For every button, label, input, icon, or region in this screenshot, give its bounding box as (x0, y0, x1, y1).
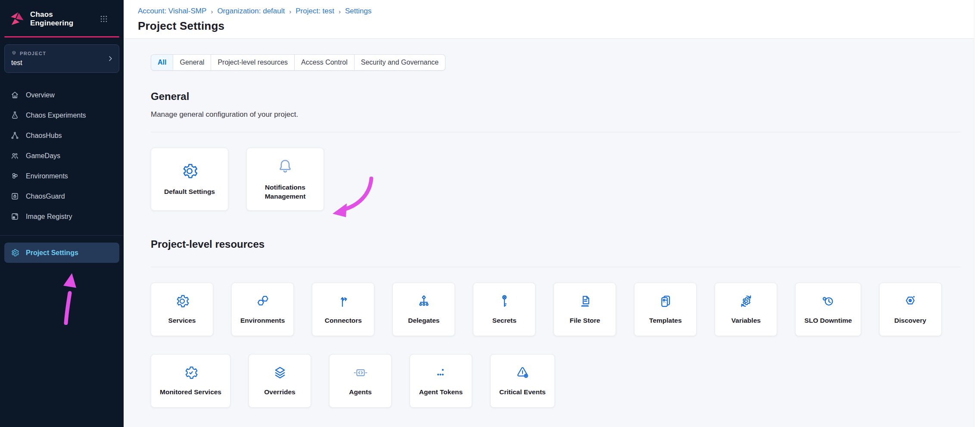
layers-icon (272, 365, 288, 380)
home-icon (10, 90, 19, 100)
card-connectors[interactable]: Connectors (312, 283, 374, 336)
branch-arrow-icon (336, 293, 351, 309)
card-secrets[interactable]: Secrets (473, 283, 535, 336)
sidebar-item-image-registry[interactable]: Image Registry (0, 206, 124, 227)
card-file-store[interactable]: File Store (554, 283, 616, 336)
clock-icon (820, 293, 836, 309)
tab-general[interactable]: General (173, 54, 211, 71)
card-notifications-management[interactable]: Notifications Management (246, 148, 324, 211)
breadcrumb-account[interactable]: Account: Vishal-SMP (138, 7, 206, 16)
hub-icon (10, 131, 19, 140)
gear-check-icon (183, 365, 199, 380)
card-delegates[interactable]: Delegates (392, 283, 455, 336)
page-title: Project Settings (138, 19, 980, 33)
breadcrumb-settings[interactable]: Settings (345, 7, 371, 16)
section-divider (151, 132, 961, 132)
resources-row-2: Monitored Services Overrides Agents Agen… (151, 354, 961, 408)
key-icon (497, 293, 512, 309)
gear-icon (174, 293, 190, 309)
sidebar: Chaos Engineering PROJECT test Overview … (0, 0, 124, 427)
breadcrumb: Account: Vishal-SMP › Organization: defa… (138, 7, 980, 16)
section-project-level-resources: Project-level resources Services Environ… (151, 238, 961, 408)
sidebar-item-chaoshubs[interactable]: ChaosHubs (0, 125, 124, 146)
circles-icon (10, 171, 19, 181)
hexagons-icon (255, 293, 271, 309)
main-area: Account: Vishal-SMP › Organization: defa… (124, 0, 980, 427)
card-variables[interactable]: Variables (715, 283, 777, 336)
warning-gear-icon (515, 365, 530, 380)
sidebar-item-project-settings[interactable]: Project Settings (4, 243, 119, 263)
card-monitored-services[interactable]: Monitored Services (151, 354, 230, 408)
sidebar-item-environments[interactable]: Environments (0, 166, 124, 186)
project-name: test (11, 59, 104, 67)
chevron-right-icon (107, 55, 114, 62)
card-slo-downtime[interactable]: SLO Downtime (795, 283, 861, 336)
lock-icon (10, 192, 19, 201)
tab-all[interactable]: All (151, 54, 173, 71)
org-tree-icon (416, 293, 432, 309)
tab-security-governance[interactable]: Security and Governance (355, 54, 446, 71)
section-divider (151, 267, 961, 267)
sidebar-item-chaos-experiments[interactable]: Chaos Experiments (0, 105, 124, 125)
bell-icon (276, 158, 294, 176)
image-registry-icon (10, 212, 19, 221)
resources-row-1: Services Environments Connectors Delegat… (151, 283, 961, 336)
filter-tabs: All General Project-level resources Acce… (151, 54, 445, 71)
dots-icon (433, 365, 449, 380)
card-default-settings[interactable]: Default Settings (151, 148, 228, 211)
card-overrides[interactable]: Overrides (249, 354, 311, 408)
project-selector[interactable]: PROJECT test (4, 44, 119, 73)
chaos-logo-icon (9, 12, 25, 26)
card-critical-events[interactable]: Critical Events (490, 354, 555, 408)
breadcrumb-separator: › (339, 8, 341, 15)
sidebar-item-gamedays[interactable]: GameDays (0, 146, 124, 166)
breadcrumb-organization[interactable]: Organization: default (217, 7, 285, 16)
page-header: Account: Vishal-SMP › Organization: defa… (124, 0, 980, 39)
sidebar-item-overview[interactable]: Overview (0, 85, 124, 105)
breadcrumb-project[interactable]: Project: test (296, 7, 334, 16)
flask-icon (10, 111, 19, 120)
section-resources-title: Project-level resources (151, 238, 961, 250)
card-services[interactable]: Services (151, 283, 213, 336)
templates-icon (658, 293, 673, 309)
tab-project-level-resources[interactable]: Project-level resources (211, 54, 295, 71)
card-templates[interactable]: Templates (634, 283, 697, 336)
content: All General Project-level resources Acce… (124, 39, 980, 427)
brand-accent-rule (4, 36, 119, 37)
tab-access-control[interactable]: Access Control (295, 54, 355, 71)
gear-icon (10, 248, 19, 257)
breadcrumb-separator: › (289, 8, 291, 15)
hexagon-gear-icon (902, 293, 918, 309)
breadcrumb-separator: › (211, 8, 213, 15)
cube-icon (11, 50, 17, 56)
general-cards: Default Settings Notifications Managemen… (151, 148, 961, 211)
annotation-arrow-up (57, 271, 81, 325)
code-agent-icon (353, 365, 368, 380)
card-agents[interactable]: Agents (329, 354, 392, 408)
project-label: PROJECT (11, 50, 104, 56)
sidebar-nav: Overview Chaos Experiments ChaosHubs Gam… (0, 85, 124, 227)
section-general-title: General (151, 90, 961, 103)
section-general: General Manage general configuration of … (151, 90, 961, 211)
app-logo[interactable]: Chaos Engineering (0, 0, 124, 35)
section-general-subtitle: Manage general configuration of your pro… (151, 110, 961, 119)
sidebar-divider (0, 235, 124, 236)
gear-icon (180, 162, 199, 180)
app-title: Chaos Engineering (30, 10, 94, 28)
card-environments[interactable]: Environments (231, 283, 294, 336)
sidebar-item-chaosguard[interactable]: ChaosGuard (0, 186, 124, 206)
module-grid-icon[interactable] (100, 15, 108, 23)
users-icon (10, 151, 19, 160)
scrollbar-track[interactable] (974, 0, 980, 427)
card-discovery[interactable]: Discovery (879, 283, 942, 336)
variables-gear-icon (738, 293, 754, 309)
card-agent-tokens[interactable]: Agent Tokens (410, 354, 472, 408)
file-store-icon (577, 293, 593, 309)
